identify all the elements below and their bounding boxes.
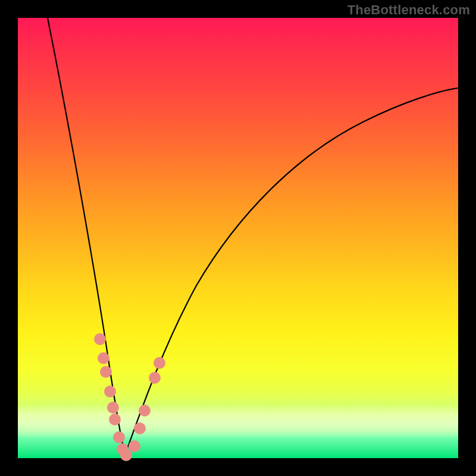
plot-area <box>18 18 458 458</box>
data-point <box>154 357 165 369</box>
highlight-band <box>18 405 458 438</box>
data-point <box>109 414 121 425</box>
data-point <box>113 431 125 443</box>
chart-frame: TheBottleneck.com <box>0 0 476 476</box>
curve-layer <box>18 18 458 458</box>
data-point <box>139 405 151 416</box>
data-point <box>94 333 106 345</box>
curve-right-branch <box>125 88 458 455</box>
data-point <box>100 366 112 378</box>
data-point <box>107 402 119 414</box>
data-point <box>104 386 116 397</box>
watermark-text: TheBottleneck.com <box>347 2 470 18</box>
data-point <box>149 372 161 384</box>
data-point <box>129 440 140 452</box>
data-point <box>134 422 146 434</box>
data-point <box>98 352 109 364</box>
